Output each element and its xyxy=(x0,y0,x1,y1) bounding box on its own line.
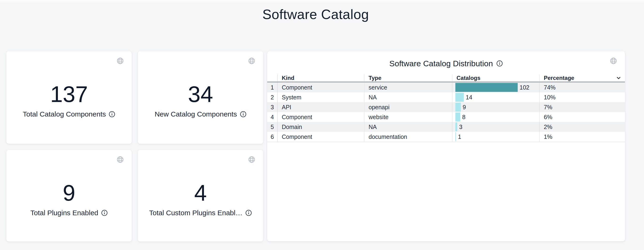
stat-card-total-custom-plugins-enabled: 4 Total Custom Plugins Enabl… xyxy=(138,150,263,242)
cell-percentage: 7% xyxy=(539,102,625,112)
row-index: 6 xyxy=(267,132,277,142)
globe-icon[interactable] xyxy=(117,57,124,64)
column-header-kind[interactable]: Kind xyxy=(277,74,364,81)
table-row: 1 Component service 102 74% xyxy=(267,82,625,92)
chevron-down-icon[interactable] xyxy=(616,75,622,81)
stat-value: 34 xyxy=(138,81,263,107)
row-index: 3 xyxy=(267,102,277,112)
cell-catalogs: 3 xyxy=(452,122,539,132)
cell-catalogs: 9 xyxy=(452,102,539,112)
catalog-bar-value: 3 xyxy=(459,124,462,130)
cell-type: openapi xyxy=(364,102,452,112)
stat-card-total-plugins-enabled: 9 Total Plugins Enabled xyxy=(6,150,132,242)
info-icon[interactable] xyxy=(109,111,115,117)
cell-percentage: 74% xyxy=(539,82,625,92)
column-header-index xyxy=(267,74,277,81)
row-index: 1 xyxy=(267,82,277,92)
globe-icon[interactable] xyxy=(248,57,255,64)
cell-type: NA xyxy=(364,92,452,102)
cell-catalogs: 8 xyxy=(452,112,539,122)
cell-type: service xyxy=(364,82,452,92)
catalog-bar-value: 14 xyxy=(466,94,472,101)
catalog-bar xyxy=(455,132,456,141)
cell-percentage: 6% xyxy=(539,112,625,122)
table-row: 4 Component website 8 6% xyxy=(267,112,625,122)
row-index: 5 xyxy=(267,122,277,132)
cell-kind: Component xyxy=(277,112,364,122)
cell-type: NA xyxy=(364,122,452,132)
cell-catalogs: 1 xyxy=(452,132,539,142)
cell-type: website xyxy=(364,112,452,122)
row-index: 4 xyxy=(267,112,277,122)
stat-card-new-catalog-components: 34 New Catalog Components xyxy=(138,51,263,144)
catalog-bar-value: 1 xyxy=(458,133,461,140)
cell-kind: Component xyxy=(277,132,364,142)
page-title: Software Catalog xyxy=(6,6,625,22)
distribution-table: Kind Type Catalogs Percentage 1 Componen… xyxy=(267,74,625,142)
stat-value: 9 xyxy=(6,180,132,206)
cell-kind: System xyxy=(277,92,364,102)
row-index: 2 xyxy=(267,92,277,102)
cell-percentage: 2% xyxy=(539,122,625,132)
catalog-bar xyxy=(455,93,464,102)
column-header-percentage-label: Percentage xyxy=(544,75,574,81)
catalog-bar-value: 102 xyxy=(520,84,530,91)
stat-value: 4 xyxy=(138,180,263,206)
cell-kind: API xyxy=(277,102,364,112)
info-icon[interactable] xyxy=(245,210,252,216)
distribution-title: Software Catalog Distribution xyxy=(389,59,493,68)
cell-percentage: 1% xyxy=(539,132,625,142)
info-icon[interactable] xyxy=(240,111,246,117)
catalog-bar-value: 9 xyxy=(463,104,466,111)
cell-kind: Component xyxy=(277,82,364,92)
catalog-bar xyxy=(455,113,460,121)
cell-percentage: 10% xyxy=(539,92,625,102)
stat-label: Total Custom Plugins Enabl… xyxy=(149,209,242,217)
stat-card-total-catalog-components: 137 Total Catalog Components xyxy=(6,51,132,144)
cell-kind: Domain xyxy=(277,122,364,132)
table-row: 6 Component documentation 1 1% xyxy=(267,132,625,142)
globe-icon[interactable] xyxy=(117,156,124,163)
globe-icon[interactable] xyxy=(248,156,255,163)
column-header-type[interactable]: Type xyxy=(364,74,452,81)
catalog-bar xyxy=(455,83,518,92)
column-header-catalogs[interactable]: Catalogs xyxy=(452,74,539,81)
software-catalog-distribution-card: Software Catalog Distribution Kind Type … xyxy=(267,51,625,241)
catalog-bar xyxy=(455,103,461,112)
table-row: 3 API openapi 9 7% xyxy=(267,102,625,112)
table-row: 5 Domain NA 3 2% xyxy=(267,122,625,132)
stat-label: New Catalog Components xyxy=(154,110,237,118)
table-header-row: Kind Type Catalogs Percentage xyxy=(267,74,625,82)
catalog-bar xyxy=(455,122,457,131)
stat-label: Total Catalog Components xyxy=(23,110,106,118)
catalog-bar-value: 8 xyxy=(462,114,466,121)
column-header-percentage[interactable]: Percentage xyxy=(539,74,625,81)
info-icon[interactable] xyxy=(101,210,108,216)
cell-type: documentation xyxy=(364,132,452,142)
info-icon[interactable] xyxy=(496,60,503,67)
stat-label: Total Plugins Enabled xyxy=(30,209,98,217)
table-row: 2 System NA 14 10% xyxy=(267,92,625,102)
cell-catalogs: 14 xyxy=(452,92,539,102)
stat-value: 137 xyxy=(6,81,132,107)
cell-catalogs: 102 xyxy=(452,82,539,92)
